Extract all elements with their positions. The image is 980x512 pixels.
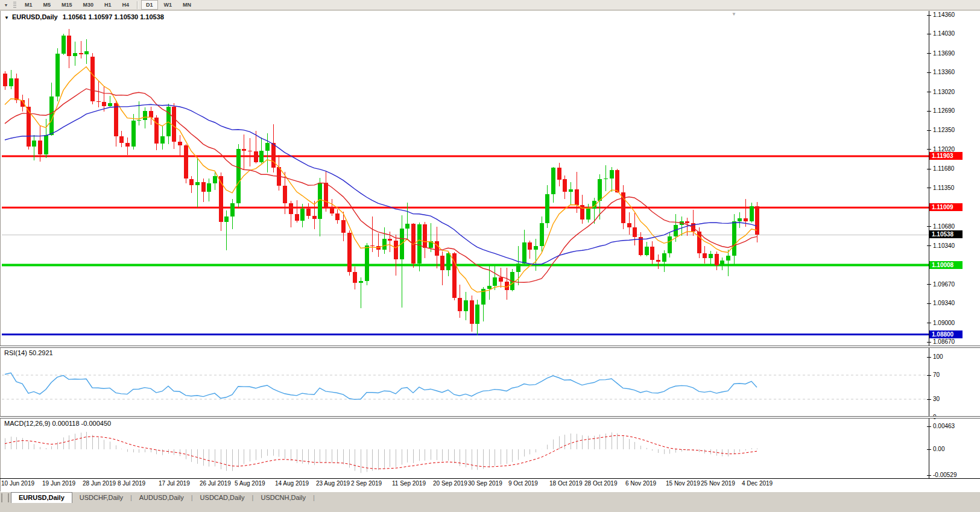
candle	[27, 98, 31, 150]
panel-splitter-macd[interactable]	[0, 416, 980, 419]
candle	[365, 243, 369, 285]
candle	[575, 172, 579, 213]
candle	[645, 242, 649, 256]
candle	[551, 167, 555, 203]
candle	[440, 251, 444, 285]
tab-usdcad-daily[interactable]: USDCAD,Daily	[193, 493, 252, 503]
time-axis-line	[0, 478, 980, 479]
candle	[219, 172, 223, 231]
candle	[312, 201, 317, 230]
candle	[102, 86, 106, 112]
tab-eurusd-daily[interactable]: EURUSD,Daily	[11, 492, 72, 503]
candle	[201, 179, 206, 202]
candle	[569, 182, 573, 205]
candle	[662, 250, 666, 272]
tab-separator: |	[313, 494, 315, 501]
tab-usdchf-daily[interactable]: USDCHF,Daily	[72, 493, 130, 503]
chart-title: ▼EURUSD,Daily1.10561 1.10597 1.10530 1.1…	[4, 13, 169, 21]
candle	[750, 203, 754, 223]
horizontal-level-line[interactable]	[2, 264, 929, 267]
candle	[318, 178, 322, 236]
candle	[411, 223, 416, 268]
candle	[400, 215, 404, 307]
candle	[9, 70, 13, 89]
candle	[96, 81, 101, 108]
candle	[289, 201, 293, 228]
chart-symbol-label: EURUSD,Daily	[12, 13, 58, 21]
candle	[709, 251, 713, 265]
candle	[184, 144, 188, 183]
candle	[154, 115, 159, 150]
timeframe-button-mn[interactable]: MN	[178, 0, 196, 10]
candle	[744, 199, 748, 227]
ma-fast-line	[5, 67, 757, 292]
toolbar-dropdown-button[interactable]: ▼	[0, 1, 12, 10]
candle	[545, 185, 549, 228]
chart-shift-marker[interactable]: ▼	[732, 11, 736, 17]
horizontal-level-line[interactable]	[2, 156, 929, 157]
candle	[394, 235, 398, 276]
chart-ohlc-values: 1.10561 1.10597 1.10530 1.10538	[63, 13, 164, 21]
candle	[650, 241, 654, 264]
candle	[324, 171, 328, 212]
tabbar-grip[interactable]	[1, 493, 9, 502]
candle	[195, 157, 200, 207]
candle	[108, 96, 112, 106]
candle	[715, 251, 719, 270]
timeframe-button-m1[interactable]: M1	[20, 0, 37, 10]
toolbar-grip[interactable]	[13, 2, 16, 8]
candle	[633, 213, 637, 245]
timeframe-button-m30[interactable]: M30	[78, 0, 99, 10]
candle	[265, 133, 270, 172]
timeframe-button-d1[interactable]: D1	[141, 0, 158, 10]
timeframe-button-h1[interactable]: H1	[100, 0, 116, 10]
candle	[207, 179, 211, 201]
candle	[458, 285, 462, 318]
candle	[160, 126, 165, 150]
horizontal-level-line[interactable]	[2, 333, 929, 335]
candle	[178, 135, 182, 157]
tab-audusd-daily[interactable]: AUDUSD,Daily	[132, 493, 191, 503]
candle	[49, 83, 54, 136]
timeframe-button-m15[interactable]: M15	[57, 0, 77, 10]
candle	[73, 42, 77, 66]
candle	[306, 203, 311, 219]
candle	[242, 134, 246, 169]
candle	[738, 212, 742, 229]
candle	[528, 241, 532, 259]
candle	[540, 216, 544, 252]
timeframe-button-m5[interactable]: M5	[39, 0, 56, 10]
macd-indicator-label: MACD(12,26,9) 0.000118 -0.000450	[4, 420, 111, 427]
candle	[335, 209, 340, 224]
candle	[137, 101, 141, 125]
candle	[370, 216, 375, 251]
candle	[464, 292, 468, 320]
candle	[189, 176, 194, 194]
candle	[295, 200, 299, 223]
candle	[67, 29, 71, 68]
candle	[119, 131, 124, 147]
candle	[236, 144, 241, 207]
candle	[732, 214, 736, 264]
horizontal-level-line[interactable]	[2, 207, 929, 209]
candle	[510, 269, 514, 291]
timeframe-button-w1[interactable]: W1	[159, 0, 177, 10]
symbol-dropdown-icon[interactable]: ▼	[4, 15, 9, 21]
candle	[347, 230, 352, 275]
candle	[557, 163, 561, 186]
candle	[720, 258, 724, 270]
candle	[353, 267, 357, 289]
candle	[435, 227, 439, 269]
tab-list: EURUSD,DailyUSDCHF,Daily|AUDUSD,Daily|US…	[11, 492, 315, 503]
candle	[563, 175, 567, 199]
candle	[382, 227, 387, 254]
rsi-indicator-label: RSI(14) 50.2921	[4, 349, 53, 356]
tab-usdcnh-daily[interactable]: USDCNH,Daily	[253, 493, 313, 503]
chart-graphics	[0, 0, 980, 512]
toolbar-separator	[137, 1, 138, 9]
panel-splitter-rsi[interactable]	[0, 346, 980, 348]
candle	[726, 250, 730, 277]
candle	[55, 48, 60, 101]
candle	[166, 104, 171, 145]
timeframe-button-h4[interactable]: H4	[118, 0, 134, 10]
